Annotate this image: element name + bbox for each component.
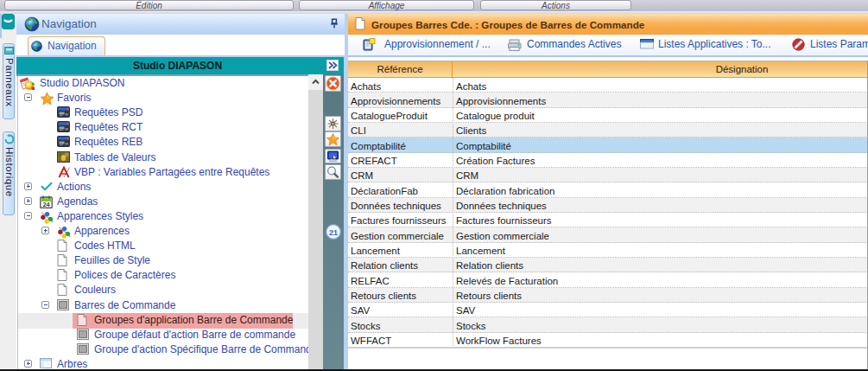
svg-text:24: 24 <box>42 201 50 208</box>
svg-text:21: 21 <box>329 228 338 237</box>
